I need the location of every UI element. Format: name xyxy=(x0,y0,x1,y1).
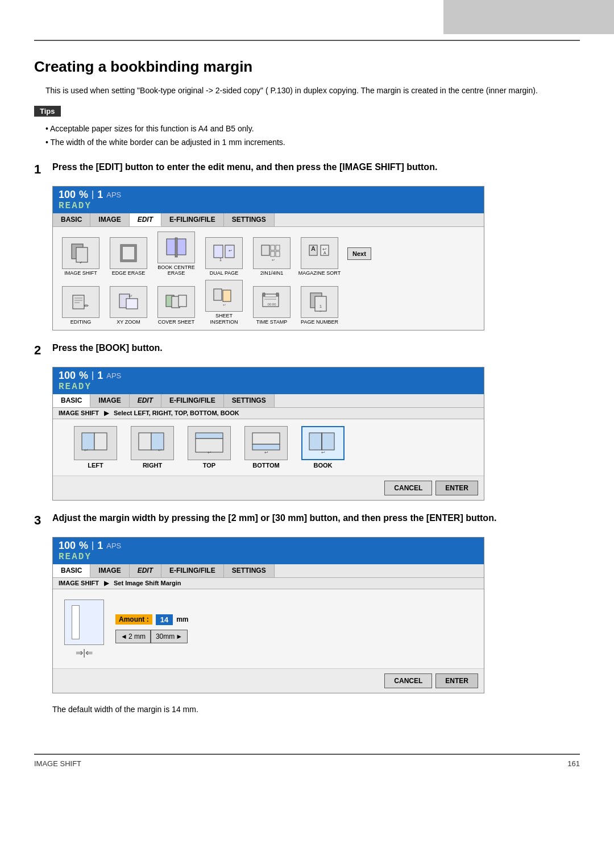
icon-2in1[interactable]: ↩ 2IN1/4IN1 xyxy=(250,237,294,276)
btn-2mm[interactable]: ◄ 2 mm xyxy=(115,630,151,643)
screen-1-aps: APS xyxy=(106,191,121,199)
svg-text:ERASE: ERASE xyxy=(171,258,182,259)
icon-editing-label: EDITING xyxy=(70,319,92,325)
svg-rect-60 xyxy=(252,433,280,444)
book-right-item[interactable]: ↩ RIGHT xyxy=(127,426,178,469)
tab-image-1[interactable]: IMAGE xyxy=(90,213,129,226)
book-bottom-box: ↩ xyxy=(244,426,288,460)
tab-image-3[interactable]: IMAGE xyxy=(90,564,129,577)
svg-rect-16 xyxy=(262,245,269,255)
book-bottom-item[interactable]: ↩ BOTTOM xyxy=(240,426,292,469)
screen-2-copy-num: 1 xyxy=(97,370,103,382)
screen-2-percent-sign: % xyxy=(79,370,88,382)
tab-efiling-2[interactable]: E-FILING/FILE xyxy=(161,394,224,407)
step-2-number: 2 xyxy=(34,343,52,358)
btn-30mm[interactable]: 30mm ► xyxy=(151,630,188,643)
book-left-item[interactable]: ↩ LEFT xyxy=(70,426,121,469)
svg-text:↩: ↩ xyxy=(320,309,322,313)
tab-settings-1[interactable]: SETTINGS xyxy=(224,213,275,226)
tab-edit-3[interactable]: EDIT xyxy=(130,564,161,577)
svg-text:↩: ↩ xyxy=(321,450,325,455)
btn-2mm-label: 2 mm xyxy=(128,633,146,640)
svg-text:↙: ↙ xyxy=(80,261,82,264)
screen-3-body: ⇒|⇐ Amount : 14 mm ◄ 2 mm xyxy=(53,589,484,668)
amount-unit: mm xyxy=(176,615,188,623)
tab-settings-2[interactable]: SETTINGS xyxy=(224,394,275,407)
margin-preview: ⇒|⇐ xyxy=(64,600,104,658)
screen-2: 100 % | 1 APS READY BASIC IMAGE EDIT E-F… xyxy=(52,367,484,501)
page-title: Creating a bookbinding margin xyxy=(34,58,580,76)
screen-2-instruction: IMAGE SHIFT ▶ Select LEFT, RIGHT, TOP, B… xyxy=(53,408,484,419)
icon-xy-zoom[interactable]: ↩ XY ZOOM xyxy=(106,286,151,325)
icon-time-stamp[interactable]: 00:00 TIME STAMP xyxy=(250,286,294,325)
svg-rect-12 xyxy=(214,245,223,258)
enter-button-2[interactable]: ENTER xyxy=(435,481,478,495)
instruction-prefix-2: IMAGE SHIFT xyxy=(59,410,99,416)
book-book-item[interactable]: ↩ BOOK xyxy=(297,426,349,469)
book-right-label: RIGHT xyxy=(143,462,162,469)
svg-rect-20 xyxy=(276,251,280,257)
icon-2in1-label: 2IN1/4IN1 xyxy=(260,270,284,276)
screen-2-body: ↩ LEFT ↩ RIGHT xyxy=(53,419,484,476)
book-top-label: TOP xyxy=(203,462,215,469)
step-2: 2 Press the [BOOK] button. xyxy=(34,342,580,358)
book-left-label: LEFT xyxy=(88,462,103,469)
cancel-button-3[interactable]: CANCEL xyxy=(384,673,432,688)
svg-rect-5 xyxy=(121,245,136,247)
screen-1-header: 100 % | 1 APS READY xyxy=(53,187,484,213)
tab-settings-3[interactable]: SETTINGS xyxy=(224,564,275,577)
tab-image-2[interactable]: IMAGE xyxy=(90,394,129,407)
svg-text:↩: ↩ xyxy=(208,450,211,455)
instruction-text-2: Select LEFT, RIGHT, TOP, BOTTOM, BOOK xyxy=(114,410,239,416)
icon-edge-erase[interactable]: EDGE ERASE xyxy=(106,237,151,276)
icon-book-centre-box: ERASE xyxy=(157,232,195,263)
icon-2in1-box: ↩ xyxy=(253,237,291,269)
svg-rect-38 xyxy=(214,289,222,300)
icon-page-number[interactable]: 1 ↩ PAGE NUMBER xyxy=(297,286,342,325)
cancel-button-2[interactable]: CANCEL xyxy=(384,481,432,495)
tab-efiling-3[interactable]: E-FILING/FILE xyxy=(161,564,224,577)
icon-xy-zoom-label: XY ZOOM xyxy=(117,319,140,325)
svg-rect-9 xyxy=(177,239,186,255)
icon-time-stamp-box: 00:00 xyxy=(253,286,291,318)
screen-1-ready: READY xyxy=(59,201,478,211)
book-bottom-label: BOTTOM xyxy=(252,462,279,469)
margin-arrows: ⇒|⇐ xyxy=(76,647,93,658)
step-3-number: 3 xyxy=(34,513,52,528)
svg-text:↩: ↩ xyxy=(229,249,232,253)
book-book-box: ↩ xyxy=(301,426,345,460)
icon-editing[interactable]: ✏ EDITING xyxy=(59,286,103,325)
margin-preview-box xyxy=(64,600,104,645)
tab-efiling-1[interactable]: E-FILING/FILE xyxy=(161,213,224,226)
step-1-number: 1 xyxy=(34,162,52,177)
instruction-arrow-2: ▶ xyxy=(104,410,109,416)
screen-2-ready: READY xyxy=(59,382,478,392)
screen-3-percent: 100 xyxy=(59,540,76,552)
icon-cover-sheet[interactable]: COVER SHEET xyxy=(154,286,198,325)
book-top-item[interactable]: ↩ TOP xyxy=(184,426,235,469)
icon-book-centre[interactable]: ERASE BOOK CENTRE ERASE xyxy=(154,232,198,277)
footer-page-number: 161 xyxy=(567,759,580,768)
svg-text:A: A xyxy=(311,245,316,252)
screen-2-header: 100 % | 1 APS READY xyxy=(53,367,484,394)
amount-row: Amount : 14 mm xyxy=(115,614,188,625)
tab-basic-1[interactable]: BASIC xyxy=(53,213,90,226)
enter-button-3[interactable]: ENTER xyxy=(435,673,478,688)
screen-3-aps: APS xyxy=(106,542,121,550)
svg-rect-61 xyxy=(252,444,280,450)
svg-text:00:00: 00:00 xyxy=(267,303,276,306)
icon-page-number-label: PAGE NUMBER xyxy=(301,319,338,325)
screen-3-instruction: IMAGE SHIFT ▶ Set Image Shift Margin xyxy=(53,578,484,589)
icon-magazine-sort[interactable]: A ↩ A MAGAZINE SORT xyxy=(297,237,342,276)
screen-3-tabs: BASIC IMAGE EDIT E-FILING/FILE SETTINGS xyxy=(53,564,484,578)
icon-sheet-insert-box: ↩ xyxy=(205,280,243,312)
next-button-1[interactable]: Next xyxy=(347,247,371,260)
screen-2-separator: | xyxy=(92,370,94,381)
tab-basic-3[interactable]: BASIC xyxy=(53,564,90,577)
icon-image-shift[interactable]: ↙ IMAGE SHIFT xyxy=(59,237,103,276)
icon-sheet-insert[interactable]: ↩ SHEET INSERTION xyxy=(202,280,246,325)
tab-edit-2[interactable]: EDIT xyxy=(130,394,161,407)
icon-dual-page[interactable]: 1 ↩ DUAL PAGE xyxy=(202,237,246,276)
tab-edit-1[interactable]: EDIT xyxy=(130,213,161,226)
tab-basic-2[interactable]: BASIC xyxy=(53,394,90,407)
